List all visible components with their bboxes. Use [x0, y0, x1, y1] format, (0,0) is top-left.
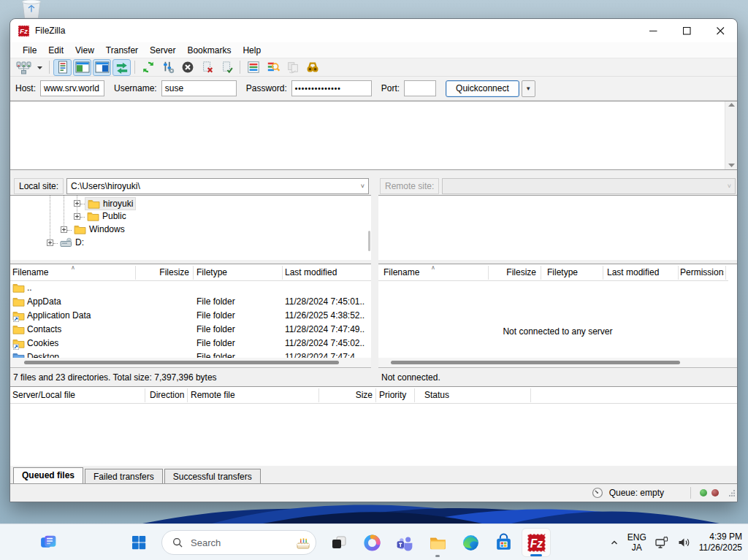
file-row-contacts[interactable]: ContactsFile folder11/28/2024 7:47:49..	[10, 323, 371, 337]
column-header-filetype[interactable]: Filetype	[547, 264, 600, 281]
tree-item-d[interactable]: D:	[10, 237, 371, 250]
tab-failed-transfers[interactable]: Failed transfers	[85, 469, 163, 483]
file-row-[interactable]: ..	[10, 281, 371, 295]
taskbar-copilot-button[interactable]	[357, 528, 386, 557]
expand-icon[interactable]	[47, 239, 53, 246]
tree-item-hiroyuki[interactable]: hiroyuki	[10, 197, 371, 210]
search-highlight-cake-icon[interactable]	[294, 534, 312, 551]
file-row-applicationdata[interactable]: Application DataFile folder11/26/2025 4:…	[10, 309, 371, 323]
column-separator[interactable]	[282, 266, 283, 280]
column-separator[interactable]	[135, 266, 136, 280]
column-header-last-modified[interactable]: Last modified	[607, 264, 676, 281]
widgets-button[interactable]	[34, 528, 63, 557]
port-input[interactable]	[404, 80, 436, 96]
volume-icon[interactable]	[677, 537, 691, 548]
column-separator[interactable]	[541, 266, 541, 280]
search-box[interactable]: Search	[161, 530, 316, 555]
taskbar-file-explorer-button[interactable]	[423, 528, 452, 557]
synchronized-browsing-icon[interactable]	[283, 59, 302, 76]
local-horizontal-scrollbar[interactable]	[10, 358, 371, 367]
column-separator[interactable]	[375, 388, 376, 402]
message-log-scrollbar[interactable]	[725, 101, 737, 169]
column-separator[interactable]	[678, 266, 679, 280]
maximize-button[interactable]	[670, 19, 703, 42]
remote-horizontal-scrollbar[interactable]	[378, 358, 737, 367]
column-separator[interactable]	[414, 388, 415, 402]
tree-item-windows[interactable]: Windows	[10, 223, 371, 237]
close-button[interactable]	[703, 19, 737, 42]
toggle-remote-tree-icon[interactable]	[93, 59, 111, 76]
reconnect-icon[interactable]	[218, 59, 236, 76]
start-button[interactable]	[124, 528, 153, 557]
tree-item-label: Public	[85, 210, 129, 222]
menu-item-server[interactable]: Server	[144, 43, 181, 58]
column-separator[interactable]	[488, 266, 489, 280]
resize-grip[interactable]	[728, 489, 736, 496]
find-files-icon[interactable]	[303, 59, 321, 76]
column-header-filesize[interactable]: Filesize	[137, 264, 189, 281]
column-separator[interactable]	[318, 388, 319, 402]
column-separator[interactable]	[725, 266, 726, 280]
column-header-permissions[interactable]: Permissions	[680, 264, 724, 281]
menu-item-transfer[interactable]: Transfer	[100, 43, 144, 58]
tab-queued-files[interactable]: Queued files	[13, 467, 83, 483]
column-separator[interactable]	[603, 266, 603, 280]
disconnect-icon[interactable]	[198, 59, 216, 76]
file-row-desktop[interactable]: DesktopFile folder11/28/2024 7:47:4..	[10, 350, 371, 358]
column-header-size[interactable]: Size	[321, 387, 373, 404]
tree-item-public[interactable]: Public	[10, 210, 371, 223]
host-input[interactable]: www.srv.world	[40, 80, 104, 96]
language-indicator[interactable]: ENG JA	[627, 532, 646, 553]
expand-icon[interactable]	[74, 213, 80, 220]
chevron-down-icon[interactable]: ˅	[361, 183, 365, 190]
username-input[interactable]: suse	[161, 80, 237, 96]
expand-icon[interactable]	[74, 200, 80, 207]
taskbar-edge-button[interactable]	[456, 528, 485, 557]
column-header-priority[interactable]: Priority	[379, 387, 413, 404]
column-header-filetype[interactable]: Filetype	[196, 264, 278, 281]
menu-item-file[interactable]: File	[17, 43, 42, 58]
column-separator[interactable]	[187, 388, 188, 402]
directory-filters-icon[interactable]	[244, 59, 262, 76]
clock[interactable]: 4:39 PM 11/26/2025	[699, 532, 742, 553]
taskbar-store-button[interactable]	[489, 528, 518, 557]
taskbar-chevron-up-icon[interactable]	[609, 537, 619, 548]
column-separator[interactable]	[530, 388, 531, 402]
taskbar-teams-button[interactable]	[390, 528, 419, 557]
menu-item-help[interactable]: Help	[237, 43, 267, 58]
site-manager-icon[interactable]	[15, 59, 33, 76]
directory-comparison-icon[interactable]	[264, 59, 282, 76]
toggle-local-tree-icon[interactable]	[73, 59, 91, 76]
password-input[interactable]: ••••••••••••••	[291, 80, 372, 96]
column-separator[interactable]	[145, 388, 145, 402]
column-header-server-local-file[interactable]: Server/Local file	[12, 387, 141, 404]
taskbar-task-view-button[interactable]	[324, 528, 354, 557]
process-queue-icon[interactable]	[159, 59, 177, 76]
file-row-cookies[interactable]: CookiesFile folder11/28/2024 7:45:02..	[10, 337, 371, 350]
toggle-transfer-queue-icon[interactable]	[112, 59, 131, 76]
column-header-status[interactable]: Status	[424, 387, 527, 404]
column-header-filesize[interactable]: Filesize	[489, 264, 536, 281]
cancel-icon[interactable]	[178, 59, 196, 76]
expand-icon[interactable]	[61, 226, 67, 233]
column-header-last-modified[interactable]: Last modified	[285, 264, 367, 281]
column-separator[interactable]	[193, 266, 194, 280]
local-site-combobox[interactable]: C:\Users\hiroyuki\ ˅	[66, 178, 369, 194]
toggle-message-log-icon[interactable]	[53, 59, 72, 76]
file-row-appdata[interactable]: AppDataFile folder11/28/2024 7:45:01..	[10, 295, 371, 309]
minimize-button[interactable]	[636, 19, 670, 42]
menu-item-edit[interactable]: Edit	[42, 43, 69, 58]
refresh-icon[interactable]	[139, 59, 157, 76]
menu-item-view[interactable]: View	[69, 43, 100, 58]
quickconnect-dropdown[interactable]: ▼	[522, 80, 535, 97]
taskbar-filezilla-button[interactable]: Fz	[522, 528, 551, 557]
network-icon[interactable]	[654, 536, 669, 549]
site-manager-dropdown-icon[interactable]	[34, 59, 45, 76]
recycle-bin-icon[interactable]	[18, 0, 45, 18]
quickconnect-button[interactable]: Quickconnect	[446, 80, 519, 97]
column-header-direction[interactable]: Direction	[150, 387, 185, 404]
column-header-remote-file[interactable]: Remote file	[191, 387, 315, 404]
queue-stopped-indicator	[711, 489, 719, 496]
menu-item-bookmarks[interactable]: Bookmarks	[181, 43, 237, 58]
tab-successful-transfers[interactable]: Successful transfers	[164, 469, 261, 483]
